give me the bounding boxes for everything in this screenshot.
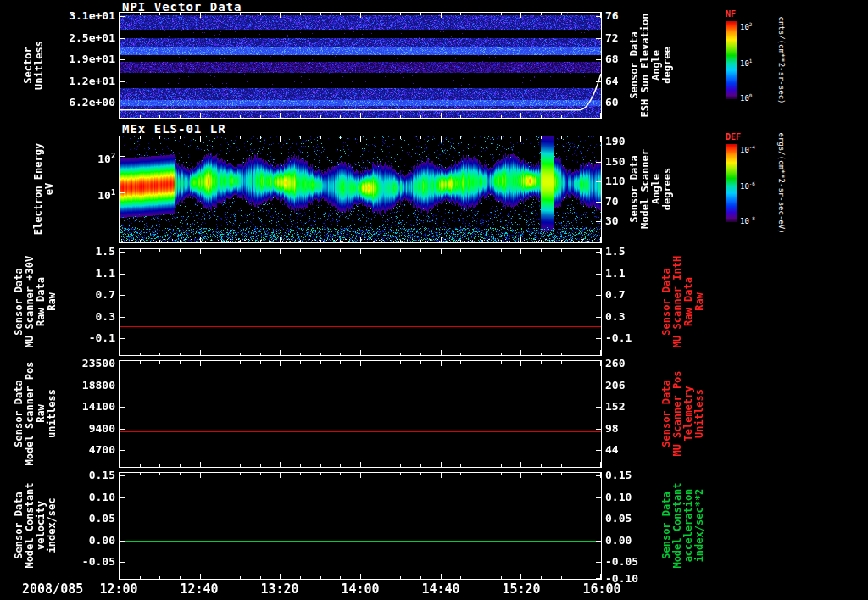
- x-minor-tick-mark: [561, 249, 562, 252]
- x-minor-tick-mark: [260, 473, 261, 475]
- x-minor-tick-mark: [381, 473, 381, 475]
- x-minor-tick-mark: [320, 249, 321, 252]
- x-minor-tick-mark: [140, 464, 141, 467]
- x-minor-tick-mark: [180, 464, 181, 467]
- x-minor-tick-mark: [300, 473, 301, 475]
- x-minor-tick-mark: [420, 136, 421, 139]
- x-minor-tick-mark: [400, 13, 401, 15]
- scanner-pos-left-axis-title: Sensor Data Model Scanner Pos Raw unitle…: [14, 350, 58, 477]
- def-colorbar: [726, 144, 737, 222]
- x-minor-tick-mark: [220, 576, 220, 579]
- x-minor-tick-mark: [400, 136, 401, 139]
- y-tick-mark: [596, 38, 601, 39]
- x-minor-tick-mark: [501, 361, 502, 364]
- x-minor-tick-mark: [300, 13, 301, 15]
- colorbar-tick-label: 10-6: [740, 180, 755, 191]
- x-minor-tick-mark: [460, 361, 461, 364]
- x-tick-mark: [200, 136, 201, 142]
- x-minor-tick-mark: [300, 361, 301, 364]
- y-tick-mark: [120, 38, 125, 39]
- x-minor-tick-mark: [481, 136, 481, 139]
- x-tick-mark: [520, 249, 521, 254]
- x-tick-mark: [200, 249, 201, 254]
- x-tick-mark: [441, 113, 442, 118]
- x-minor-tick-mark: [340, 473, 341, 475]
- x-minor-tick-mark: [420, 576, 421, 579]
- x-minor-tick-mark: [340, 115, 341, 118]
- mu-scanner-left-axis-title: Sensor Data MU Scanner +30V Raw Data Raw: [14, 238, 58, 365]
- x-tick-mark: [520, 136, 521, 142]
- x-minor-tick-mark: [501, 576, 502, 579]
- x-tick-mark: [441, 249, 442, 254]
- x-minor-tick-mark: [300, 240, 301, 242]
- x-minor-tick-mark: [159, 361, 160, 364]
- x-minor-tick-mark: [260, 353, 261, 355]
- x-minor-tick-mark: [300, 136, 301, 139]
- x-minor-tick-mark: [400, 249, 401, 252]
- y-tick-mark: [120, 192, 125, 193]
- x-tick-mark: [360, 13, 361, 18]
- x-minor-tick-mark: [501, 115, 502, 118]
- x-minor-tick-mark: [501, 249, 502, 252]
- x-minor-tick-mark: [561, 13, 562, 15]
- y-tick-label: -0.1: [605, 332, 668, 344]
- y-tick-mark: [120, 338, 125, 339]
- x-minor-tick-mark: [581, 464, 581, 467]
- x-tick-mark: [360, 249, 361, 254]
- x-minor-tick-mark: [180, 473, 181, 475]
- x-tick-mark: [441, 136, 442, 142]
- x-minor-tick-mark: [240, 249, 241, 252]
- x-tick-mark: [200, 473, 201, 478]
- y-tick-mark: [120, 497, 125, 498]
- x-minor-tick-mark: [240, 473, 241, 475]
- x-tick-mark: [520, 473, 521, 478]
- x-minor-tick-mark: [159, 13, 160, 15]
- x-tick-mark: [200, 361, 201, 366]
- x-axis-tick-label: 14:40: [411, 581, 470, 597]
- x-minor-tick-mark: [240, 240, 241, 242]
- x-tick-mark: [280, 237, 281, 242]
- y-tick-mark: [120, 295, 125, 296]
- model-constant-plot-area: 0.150.100.050.00-0.050.150.100.050.00-0.…: [119, 472, 602, 580]
- els-spectrogram-canvas: [120, 136, 601, 242]
- x-minor-tick-mark: [460, 473, 461, 475]
- y-tick-label: 1.1: [605, 268, 668, 280]
- x-tick-mark: [600, 361, 601, 366]
- x-minor-tick-mark: [180, 136, 181, 139]
- y-tick-mark: [596, 450, 601, 451]
- colorbar-tick-label: 101: [740, 57, 752, 68]
- x-minor-tick-mark: [320, 115, 321, 118]
- x-minor-tick-mark: [501, 136, 502, 139]
- x-minor-tick-mark: [340, 576, 341, 579]
- x-minor-tick-mark: [300, 576, 301, 579]
- x-minor-tick-mark: [340, 240, 341, 242]
- x-tick-mark: [600, 574, 601, 579]
- x-tick-mark: [360, 473, 361, 478]
- x-minor-tick-mark: [460, 249, 461, 252]
- x-tick-mark: [520, 462, 521, 467]
- x-minor-tick-mark: [220, 353, 220, 355]
- x-tick-mark: [120, 350, 120, 355]
- x-minor-tick-mark: [180, 115, 181, 118]
- x-tick-mark: [520, 574, 521, 579]
- x-minor-tick-mark: [320, 464, 321, 467]
- x-minor-tick-mark: [240, 115, 241, 118]
- x-minor-tick-mark: [381, 249, 381, 252]
- x-minor-tick-mark: [240, 576, 241, 579]
- x-tick-mark: [360, 361, 361, 366]
- npi-spectrogram-canvas: [120, 13, 601, 118]
- x-minor-tick-mark: [260, 361, 261, 364]
- x-minor-tick-mark: [581, 136, 581, 139]
- x-minor-tick-mark: [481, 576, 481, 579]
- x-tick-mark: [441, 237, 442, 242]
- x-tick-mark: [441, 13, 442, 18]
- nf-colorbar-label: NF: [726, 9, 736, 19]
- x-minor-tick-mark: [460, 136, 461, 139]
- y-tick-label: 0.3: [605, 311, 668, 323]
- x-minor-tick-mark: [159, 353, 160, 355]
- x-minor-tick-mark: [481, 13, 481, 15]
- x-minor-tick-mark: [140, 240, 141, 242]
- x-minor-tick-mark: [140, 353, 141, 355]
- x-minor-tick-mark: [180, 353, 181, 355]
- x-tick-mark: [280, 574, 281, 579]
